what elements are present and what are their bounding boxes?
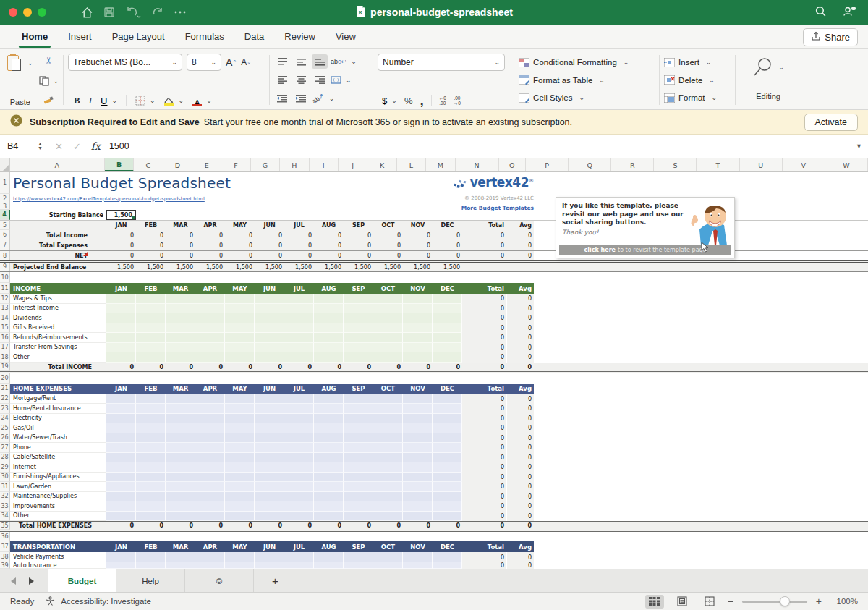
cell[interactable]: [344, 352, 373, 363]
paste-button[interactable]: ⌄: [7, 54, 33, 72]
sheet-tab-help[interactable]: Help: [116, 569, 185, 592]
zoom-slider-handle[interactable]: [780, 596, 790, 606]
cell[interactable]: [255, 423, 284, 433]
cell[interactable]: [255, 323, 284, 334]
row-header-20[interactable]: 20: [0, 373, 10, 384]
copy-icon[interactable]: ⌄: [39, 76, 59, 86]
cell[interactable]: 0: [373, 251, 403, 260]
increase-font-icon[interactable]: A⌃: [226, 54, 237, 71]
cell[interactable]: [284, 552, 314, 562]
row-header-3[interactable]: 3: [0, 203, 10, 210]
cell[interactable]: [166, 482, 195, 492]
row-header-11[interactable]: 11: [0, 283, 10, 294]
cell[interactable]: 0: [344, 240, 373, 250]
cell[interactable]: 0: [462, 313, 506, 323]
cell[interactable]: 0: [462, 363, 506, 371]
cell[interactable]: [433, 492, 462, 502]
cell[interactable]: [284, 394, 314, 404]
cell[interactable]: 0: [106, 522, 136, 530]
cell[interactable]: [403, 462, 433, 473]
cell[interactable]: 0: [506, 323, 534, 334]
cell[interactable]: [195, 313, 225, 323]
cell[interactable]: [195, 323, 225, 334]
cell[interactable]: [344, 562, 373, 569]
cell[interactable]: 0: [314, 230, 344, 240]
cell[interactable]: [373, 423, 403, 433]
cell[interactable]: 0: [506, 423, 534, 433]
cell[interactable]: [373, 294, 403, 304]
column-header-W[interactable]: W: [825, 158, 868, 171]
cell[interactable]: 0: [462, 512, 506, 522]
cell[interactable]: [166, 552, 195, 562]
cell[interactable]: [403, 482, 433, 492]
row-header-21[interactable]: 21: [0, 384, 10, 394]
cell[interactable]: [225, 433, 255, 444]
column-header-P[interactable]: P: [526, 158, 569, 171]
row-header-10[interactable]: 10: [0, 272, 10, 283]
cell[interactable]: 0: [255, 251, 284, 260]
select-all-corner[interactable]: [0, 158, 10, 171]
cell[interactable]: [166, 304, 195, 314]
cell[interactable]: 0: [462, 482, 506, 492]
cell[interactable]: [284, 562, 314, 569]
insert-cells-button[interactable]: Insert⌄: [664, 54, 731, 70]
cell[interactable]: [225, 512, 255, 522]
cell[interactable]: 0: [195, 230, 225, 240]
row-header-28[interactable]: 28: [0, 453, 10, 463]
cell[interactable]: [314, 562, 344, 569]
column-header-M[interactable]: M: [426, 158, 455, 171]
tab-data[interactable]: Data: [234, 25, 274, 49]
cell[interactable]: 0: [506, 522, 534, 530]
align-middle-icon[interactable]: [293, 54, 309, 69]
cell[interactable]: [106, 352, 136, 363]
cell[interactable]: [195, 562, 225, 569]
cell[interactable]: [136, 462, 166, 473]
cell[interactable]: [433, 552, 462, 562]
page-layout-view-icon[interactable]: [673, 595, 692, 609]
cell[interactable]: [433, 512, 462, 522]
cell[interactable]: [106, 423, 136, 433]
cell[interactable]: 0: [403, 522, 433, 530]
more-templates-link[interactable]: More Budget Templates: [405, 205, 534, 211]
tab-view[interactable]: View: [326, 25, 366, 49]
cell[interactable]: [136, 323, 166, 334]
cell[interactable]: 0: [166, 522, 195, 530]
cell[interactable]: [255, 501, 284, 512]
cell[interactable]: [136, 492, 166, 502]
cell[interactable]: [314, 343, 344, 353]
cell[interactable]: [344, 423, 373, 433]
cell[interactable]: [403, 562, 433, 569]
cell[interactable]: 0: [284, 230, 314, 240]
cell[interactable]: [225, 343, 255, 353]
cell[interactable]: [403, 323, 433, 334]
cell[interactable]: [314, 453, 344, 463]
cell[interactable]: 0: [314, 522, 344, 530]
row-header-6[interactable]: 6: [0, 230, 10, 240]
cell[interactable]: 0: [462, 423, 506, 433]
zoom-slider[interactable]: [742, 601, 807, 603]
cell[interactable]: [136, 433, 166, 444]
cell[interactable]: [403, 473, 433, 483]
cell[interactable]: [344, 482, 373, 492]
cell[interactable]: [403, 501, 433, 512]
row-header-32[interactable]: 32: [0, 492, 10, 502]
cell[interactable]: [106, 414, 136, 424]
cell[interactable]: 0: [462, 562, 506, 569]
underline-button[interactable]: U⌄: [101, 96, 117, 106]
cell[interactable]: 0: [506, 482, 534, 492]
cell[interactable]: [166, 313, 195, 323]
sheet-tab-copyright[interactable]: ©: [185, 569, 254, 592]
cell[interactable]: 0: [403, 230, 433, 240]
cell[interactable]: [344, 414, 373, 424]
cell[interactable]: [225, 462, 255, 473]
cell[interactable]: [433, 352, 462, 363]
cell[interactable]: 1,500: [225, 263, 255, 271]
cell[interactable]: [284, 443, 314, 453]
cell[interactable]: [106, 552, 136, 562]
cell[interactable]: [225, 333, 255, 343]
cell[interactable]: 0: [462, 333, 506, 343]
cell[interactable]: [166, 333, 195, 343]
cell[interactable]: [255, 453, 284, 463]
cell[interactable]: 0: [462, 522, 506, 530]
cell[interactable]: 1,500: [373, 263, 403, 271]
